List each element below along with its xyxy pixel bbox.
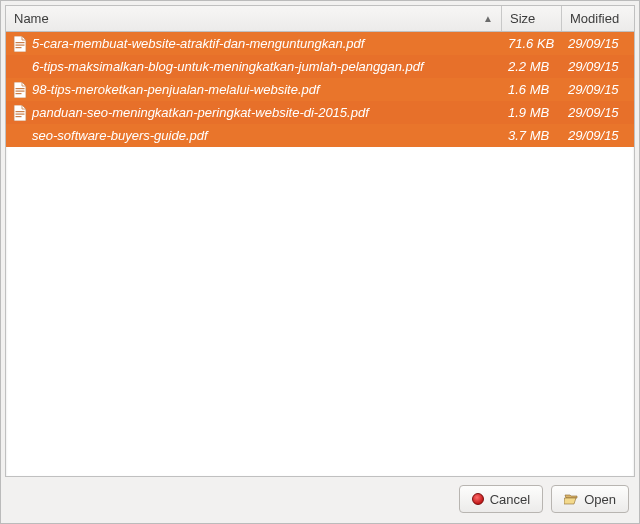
svg-rect-6	[16, 111, 25, 112]
svg-rect-0	[16, 42, 25, 43]
file-name-cell: panduan-seo-meningkatkan-peringkat-websi…	[6, 105, 502, 121]
file-name: 98-tips-meroketkan-penjualan-melalui-web…	[32, 82, 320, 97]
file-size: 2.2 MB	[502, 59, 562, 74]
file-modified: 29/09/15	[562, 128, 634, 143]
sort-ascending-icon: ▲	[483, 13, 493, 24]
file-row[interactable]: seo-software-buyers-guide.pdf3.7 MB29/09…	[6, 124, 634, 147]
svg-rect-3	[16, 88, 25, 89]
open-label: Open	[584, 492, 616, 507]
file-name-cell: seo-software-buyers-guide.pdf	[6, 128, 502, 144]
svg-rect-5	[16, 93, 22, 94]
file-modified: 29/09/15	[562, 59, 634, 74]
svg-rect-4	[16, 90, 25, 91]
file-icon	[12, 105, 28, 121]
column-label: Size	[510, 11, 535, 26]
file-row[interactable]: 6-tips-maksimalkan-blog-untuk-meningkatk…	[6, 55, 634, 78]
file-list-panel: Name ▲ Size Modified 5-cara-membuat-webs…	[5, 5, 635, 477]
file-name: 5-cara-membuat-website-atraktif-dan-meng…	[32, 36, 364, 51]
file-row[interactable]: 98-tips-meroketkan-penjualan-melalui-web…	[6, 78, 634, 101]
file-modified: 29/09/15	[562, 105, 634, 120]
svg-rect-1	[16, 44, 25, 45]
button-bar: Cancel Open	[5, 477, 635, 519]
cancel-label: Cancel	[490, 492, 530, 507]
column-label: Modified	[570, 11, 619, 26]
file-size: 1.6 MB	[502, 82, 562, 97]
file-size: 1.9 MB	[502, 105, 562, 120]
cancel-button[interactable]: Cancel	[459, 485, 543, 513]
file-list[interactable]: 5-cara-membuat-website-atraktif-dan-meng…	[6, 32, 634, 476]
file-name-cell: 98-tips-meroketkan-penjualan-melalui-web…	[6, 82, 502, 98]
file-name: panduan-seo-meningkatkan-peringkat-websi…	[32, 105, 369, 120]
file-name: 6-tips-maksimalkan-blog-untuk-meningkatk…	[32, 59, 424, 74]
column-header-modified[interactable]: Modified	[562, 6, 634, 31]
svg-rect-2	[16, 47, 22, 48]
column-header-size[interactable]: Size	[502, 6, 562, 31]
file-modified: 29/09/15	[562, 36, 634, 51]
file-icon	[12, 128, 28, 144]
file-size: 3.7 MB	[502, 128, 562, 143]
file-name-cell: 5-cara-membuat-website-atraktif-dan-meng…	[6, 36, 502, 52]
cancel-icon	[472, 493, 484, 505]
file-name-cell: 6-tips-maksimalkan-blog-untuk-meningkatk…	[6, 59, 502, 75]
file-size: 71.6 KB	[502, 36, 562, 51]
file-row[interactable]: 5-cara-membuat-website-atraktif-dan-meng…	[6, 32, 634, 55]
svg-rect-8	[16, 116, 22, 117]
file-modified: 29/09/15	[562, 82, 634, 97]
file-icon	[12, 59, 28, 75]
file-icon	[12, 36, 28, 52]
column-header-name[interactable]: Name ▲	[6, 6, 502, 31]
file-name: seo-software-buyers-guide.pdf	[32, 128, 208, 143]
open-button[interactable]: Open	[551, 485, 629, 513]
folder-open-icon	[564, 493, 578, 505]
svg-rect-7	[16, 113, 25, 114]
file-icon	[12, 82, 28, 98]
column-header-row: Name ▲ Size Modified	[6, 6, 634, 32]
file-row[interactable]: panduan-seo-meningkatkan-peringkat-websi…	[6, 101, 634, 124]
column-label: Name	[14, 11, 49, 26]
file-open-dialog: Name ▲ Size Modified 5-cara-membuat-webs…	[0, 0, 640, 524]
